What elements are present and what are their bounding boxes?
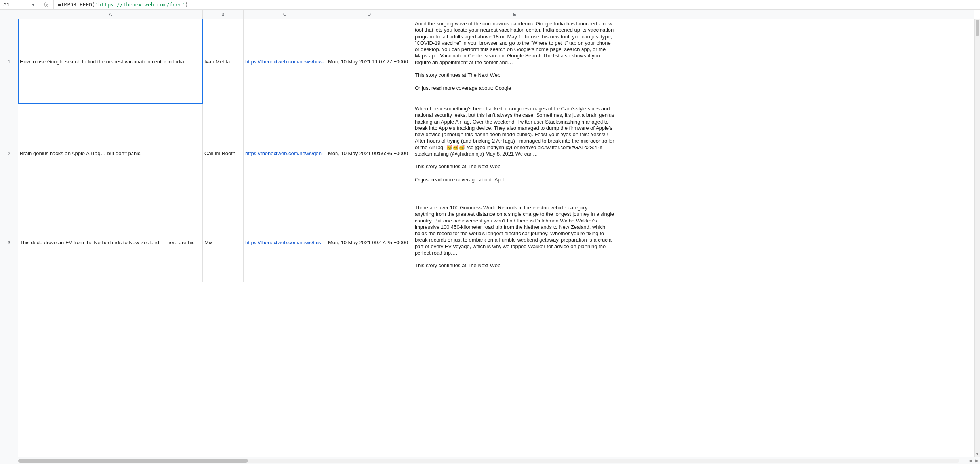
col-header-C[interactable]: C <box>244 10 326 19</box>
cell-D2[interactable]: Mon, 10 May 2021 09:56:36 +0000 <box>326 104 412 203</box>
table-row: How to use Google search to find the nea… <box>18 19 974 104</box>
formula-function: IMPORTFEED <box>61 2 92 8</box>
col-header-A[interactable]: A <box>18 10 203 19</box>
formula-arg: "https://thenextweb.com/feed" <box>95 2 185 8</box>
name-box-value: A1 <box>3 2 10 8</box>
cell-D1[interactable]: Mon, 10 May 2021 11:07:27 +0000 <box>326 19 412 104</box>
main-grid: A B C D E How to use Google search to fi… <box>18 10 980 457</box>
cell-C3[interactable]: https://thenextweb.com/news/this- <box>244 203 326 282</box>
cell-E3[interactable]: There are over 100 Guinness World Record… <box>412 203 617 282</box>
scroll-right-icon[interactable]: ▶ <box>974 458 980 463</box>
formula-bar: A1 ▼ fx =IMPORTFEED("https://thenextweb.… <box>0 0 980 10</box>
formula-close-paren: ) <box>185 2 188 8</box>
cell-C2[interactable]: https://thenextweb.com/news/geni <box>244 104 326 203</box>
name-box[interactable]: A1 ▼ <box>0 0 38 10</box>
link[interactable]: https://thenextweb.com/news/how- <box>245 59 324 65</box>
cell-A3[interactable]: This dude drove an EV from the Netherlan… <box>18 203 203 282</box>
horizontal-scrollbar[interactable] <box>18 459 959 463</box>
cell-B2[interactable]: Callum Booth <box>203 104 244 203</box>
formula-equals: = <box>58 2 61 8</box>
row-header-2[interactable]: 2 <box>0 104 18 203</box>
table-row: Brain genius hacks an Apple AirTag… but … <box>18 104 974 203</box>
vertical-scrollbar-thumb[interactable] <box>976 20 979 36</box>
link[interactable]: https://thenextweb.com/news/this- <box>245 240 323 245</box>
table-row: This dude drove an EV from the Netherlan… <box>18 203 974 282</box>
col-header-E[interactable]: E <box>412 10 617 19</box>
cell-D3[interactable]: Mon, 10 May 2021 09:47:25 +0000 <box>326 203 412 282</box>
row-header-1[interactable]: 1 <box>0 19 18 104</box>
horizontal-scrollbar-thumb[interactable] <box>18 459 248 463</box>
row-header-3[interactable]: 3 <box>0 203 18 282</box>
col-header-B[interactable]: B <box>203 10 244 19</box>
cell-A1[interactable]: How to use Google search to find the nea… <box>18 19 203 104</box>
link[interactable]: https://thenextweb.com/news/geni <box>245 150 323 156</box>
sheet-container: 1 2 3 A B C D E How to use Google search… <box>0 10 980 457</box>
scroll-left-icon[interactable]: ◀ <box>967 458 974 463</box>
cell-A2[interactable]: Brain genius hacks an Apple AirTag… but … <box>18 104 203 203</box>
vertical-scrollbar[interactable]: ▼ <box>974 19 980 457</box>
column-headers: A B C D E <box>18 10 974 19</box>
fx-icon: fx <box>38 0 54 10</box>
select-all-corner[interactable] <box>0 10 18 19</box>
cell-C1[interactable]: https://thenextweb.com/news/how- <box>244 19 326 104</box>
bottom-bar: ◀ ▶ <box>0 457 980 464</box>
cell-B3[interactable]: Mix <box>203 203 244 282</box>
row-headers: 1 2 3 <box>0 10 18 457</box>
cell-E1[interactable]: Amid the surging wave of the coronavirus… <box>412 19 617 104</box>
data-rows: How to use Google search to find the nea… <box>18 19 974 457</box>
cell-E2[interactable]: When I hear something's been hacked, it … <box>412 104 617 203</box>
formula-open-paren: ( <box>92 2 95 8</box>
scroll-down-icon[interactable]: ▼ <box>975 451 980 457</box>
name-box-dropdown-icon[interactable]: ▼ <box>31 2 35 7</box>
cell-B1[interactable]: Ivan Mehta <box>203 19 244 104</box>
formula-input[interactable]: =IMPORTFEED("https://thenextweb.com/feed… <box>54 0 980 10</box>
col-header-D[interactable]: D <box>326 10 412 19</box>
